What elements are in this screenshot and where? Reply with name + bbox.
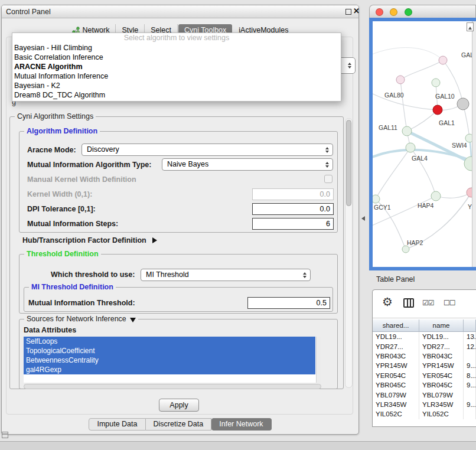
sources-legend[interactable]: Sources for Network Inference xyxy=(24,315,138,323)
threshold-definition-legend: Threshold Definition xyxy=(24,250,101,258)
list-horizontal-scrollbar[interactable] xyxy=(24,384,321,389)
collapse-arrow-icon[interactable] xyxy=(130,318,136,322)
mi-algorithm-type-label: Mutual Information Algorithm Type: xyxy=(27,161,151,169)
attribute-item-selected[interactable]: SelfLoops xyxy=(24,337,315,346)
mi-steps-label: Mutual Information Steps: xyxy=(27,220,118,228)
network-node[interactable] xyxy=(433,105,442,115)
algorithm-option[interactable]: Dream8 DC_TDC Algorithm xyxy=(12,90,341,100)
table-row[interactable]: YBR043CYBR043C xyxy=(373,351,476,361)
network-node[interactable] xyxy=(432,79,440,87)
which-threshold-label: Which threshold to use: xyxy=(51,270,135,279)
dpi-tolerance-field[interactable]: 0.0 xyxy=(252,203,334,215)
table-row[interactable]: YIL052CYIL052C xyxy=(373,409,476,419)
minimize-traffic-light[interactable] xyxy=(390,8,397,16)
hub-definition-toggle[interactable]: Hub/Transcription Factor Definition xyxy=(22,236,157,244)
network-node-label: HAP2 xyxy=(407,239,423,246)
network-node[interactable] xyxy=(406,143,415,152)
algorithm-option-selected[interactable]: ARACNE Algorithm xyxy=(12,62,341,71)
attribute-item-selected[interactable]: gal4RGexp xyxy=(24,365,315,374)
kernel-width-field[interactable]: 0.0 xyxy=(252,188,334,200)
network-edge[interactable] xyxy=(373,196,436,227)
select-all-icon[interactable]: ☑☑ xyxy=(422,299,434,307)
close-panel-icon[interactable]: ✕ xyxy=(353,6,360,15)
aracne-mode-label: Aracne Mode: xyxy=(27,146,76,154)
expand-arrow-icon[interactable] xyxy=(152,237,157,243)
minimized-panel-icon[interactable] xyxy=(2,432,8,438)
settings-group-legend: Cyni Algorithm Settings xyxy=(15,112,96,120)
tab-impute-data[interactable]: Impute Data xyxy=(89,418,145,431)
combo-arrows-icon xyxy=(348,58,351,73)
network-node[interactable] xyxy=(373,195,380,203)
panel-splitter-arrow[interactable] xyxy=(361,216,365,221)
float-window-icon[interactable] xyxy=(345,9,351,15)
network-node-label: Y xyxy=(468,203,472,210)
network-edge[interactable] xyxy=(436,193,471,198)
column-selector-icon[interactable] xyxy=(403,298,414,308)
list-vertical-scrollbar[interactable] xyxy=(316,337,321,383)
mi-algorithm-type-combobox[interactable]: Naive Bayes xyxy=(162,158,333,171)
table-panel-title: Table Panel xyxy=(376,275,415,283)
canvas-vertical-scrollbar[interactable] xyxy=(472,21,476,267)
column-header-name[interactable]: name xyxy=(419,319,464,331)
scrollbar-thumb[interactable] xyxy=(346,120,351,206)
manual-kernel-width-label: Manual Kernel Width Definition xyxy=(27,175,136,184)
network-edge[interactable] xyxy=(407,110,438,131)
table-toolbar: ⚙ ☑☑ ☐☐ xyxy=(373,290,476,318)
table-body: YDL19...YDL19...13... YDR27...YDR27...12… xyxy=(373,332,476,419)
deselect-all-icon[interactable]: ☐☐ xyxy=(444,299,455,307)
table-row[interactable]: YDR27...YDR27...12... xyxy=(373,341,476,351)
algorithm-option[interactable]: Bayesian - K2 xyxy=(12,81,341,90)
attribute-item-selected[interactable]: BetweennessCentrality xyxy=(24,356,315,365)
apply-button[interactable]: Apply xyxy=(159,399,199,412)
mi-threshold-label: Mutual Information Threshold: xyxy=(28,299,135,307)
network-node[interactable] xyxy=(396,76,405,84)
overview-widget[interactable] xyxy=(467,22,474,31)
mi-steps-field[interactable]: 6 xyxy=(252,218,334,230)
table-row[interactable]: YPR145WYPR145W9... xyxy=(373,361,476,370)
network-node[interactable] xyxy=(457,98,469,110)
zoom-traffic-light[interactable] xyxy=(405,8,412,16)
attribute-item-selected[interactable]: TopologicalCoefficient xyxy=(24,346,315,356)
kernel-width-label: Kernel Width (0,1): xyxy=(27,190,92,198)
close-traffic-light[interactable] xyxy=(376,8,383,16)
table-row[interactable]: YDL19...YDL19...13... xyxy=(373,332,476,341)
mi-threshold-field[interactable]: 0.5 xyxy=(247,297,330,309)
table-row[interactable]: YBR045CYBR045C9... xyxy=(373,380,476,390)
network-edge[interactable] xyxy=(373,48,443,60)
algorithm-option[interactable]: Basic Correlation Inference xyxy=(12,53,341,62)
network-view-frame: GALGAL80GAL10GAL11GAL1SWI4GAL4GCY1HAP4YH… xyxy=(369,18,476,270)
network-edge[interactable] xyxy=(376,148,410,199)
network-edge[interactable] xyxy=(373,92,438,110)
network-node[interactable] xyxy=(439,56,447,64)
table-row[interactable]: YER054CYER054C8... xyxy=(373,371,476,380)
algorithm-option[interactable]: Bayesian - Hill Climbing xyxy=(12,43,341,53)
column-header-shared[interactable]: shared... xyxy=(373,319,419,331)
which-threshold-combobox[interactable]: MI Threshold xyxy=(141,269,311,281)
network-node[interactable] xyxy=(402,126,412,136)
manual-kernel-width-checkbox[interactable] xyxy=(324,175,332,183)
table-row[interactable]: YLR345WYLR345W9... xyxy=(373,400,476,409)
app-window: Control Panel ✕ Network Style Select Cyn… xyxy=(0,0,476,450)
network-node-label: GAL1 xyxy=(439,119,455,126)
network-canvas[interactable]: GALGAL80GAL10GAL11GAL1SWI4GAL4GCY1HAP4YH… xyxy=(373,21,476,267)
network-edge[interactable] xyxy=(400,60,443,80)
network-node[interactable] xyxy=(402,246,409,253)
column-header-extra[interactable] xyxy=(464,319,476,331)
table-row[interactable]: YBL079WYBL079W xyxy=(373,390,476,399)
settings-gear-icon[interactable]: ⚙ xyxy=(382,295,393,309)
data-attributes-list: SelfLoops TopologicalCoefficient Between… xyxy=(24,337,321,383)
combo-arrows-icon xyxy=(325,144,329,155)
network-graph[interactable]: GALGAL80GAL10GAL11GAL1SWI4GAL4GCY1HAP4YH… xyxy=(373,21,476,267)
control-panel-title: Control Panel xyxy=(6,8,51,16)
network-node-label: GAL80 xyxy=(384,92,404,99)
cyni-bottom-tabbar: Impute Data Discretize Data Infer Networ… xyxy=(2,418,358,431)
tab-discretize-data[interactable]: Discretize Data xyxy=(146,418,212,431)
dpi-tolerance-label: DPI Tolerance [0,1]: xyxy=(27,205,96,213)
network-view-window: GALGAL80GAL10GAL11GAL1SWI4GAL4GCY1HAP4YH… xyxy=(369,5,476,270)
network-node[interactable] xyxy=(431,191,441,201)
tab-infer-network[interactable]: Infer Network xyxy=(211,418,271,431)
settings-scrollbar[interactable] xyxy=(345,118,353,388)
network-window-titlebar xyxy=(369,5,476,18)
algorithm-option[interactable]: Mutual Information Inference xyxy=(12,71,341,81)
aracne-mode-combobox[interactable]: Discovery xyxy=(81,144,333,156)
